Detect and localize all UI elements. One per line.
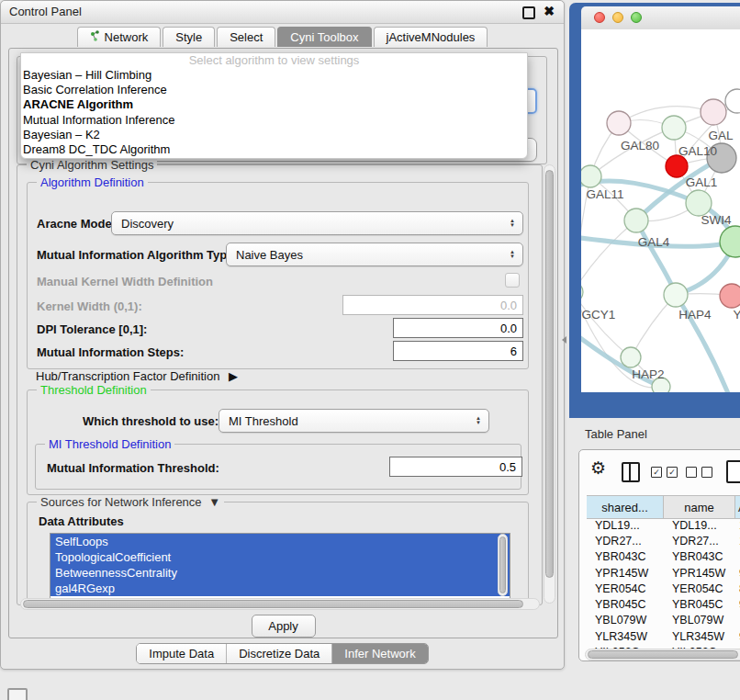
- algorithm-dropdown-item[interactable]: ARACNE Algorithm: [21, 97, 527, 112]
- tab-select[interactable]: Select: [217, 27, 275, 47]
- algorithm-dropdown-item[interactable]: Bayesian – K2: [21, 128, 527, 142]
- network-canvas[interactable]: GALGAL80GAL10GAL1GAL11SWI4GAL4GCY1HAP4YH…: [581, 29, 740, 392]
- hub-definition-toggle[interactable]: Hub/Transcription Factor Definition ▶: [36, 369, 238, 383]
- mi-threshold-label: Mutual Information Threshold:: [47, 461, 219, 475]
- table-horizontal-scrollbar[interactable]: [585, 649, 740, 660]
- network-view-window: GALGAL80GAL10GAL1GAL11SWI4GAL4GCY1HAP4YH…: [569, 3, 740, 418]
- network-node-gal[interactable]: [701, 99, 726, 125]
- network-node-label: GAL1: [686, 175, 718, 189]
- tab-discretize-data[interactable]: Discretize Data: [226, 644, 331, 663]
- table-cell: 9.: [735, 598, 740, 611]
- combo-arrows-icon: ▲▼: [476, 416, 481, 425]
- table-cell: YER054C: [664, 582, 735, 595]
- network-node-hap4[interactable]: [664, 283, 688, 307]
- column-header-name[interactable]: name: [664, 496, 735, 518]
- data-attributes-label: Data Attributes: [39, 514, 124, 528]
- network-node-gal10[interactable]: [662, 116, 686, 140]
- select-all-icon[interactable]: ✓✓: [651, 467, 678, 478]
- table-cell: YDL19...: [664, 519, 735, 532]
- splitter-collapse-icon[interactable]: [562, 336, 566, 344]
- table-cell: YBR045C: [587, 598, 664, 611]
- network-node-gal4[interactable]: [624, 209, 648, 232]
- tab-impute-data[interactable]: Impute Data: [137, 644, 226, 663]
- data-attributes-list[interactable]: SelfLoopsTopologicalCoefficientBetweenne…: [50, 533, 510, 599]
- column-header-shared-name[interactable]: shared...: [587, 496, 664, 518]
- network-node-hap2[interactable]: [621, 347, 641, 367]
- table-row[interactable]: YLR345WYLR345W9.: [587, 628, 740, 644]
- network-node-gal80[interactable]: [607, 111, 631, 135]
- table-header-row: shared... name A: [587, 495, 740, 519]
- kernel-width-label: Kernel Width (0,1):: [37, 299, 142, 313]
- network-node-label: GCY1: [582, 308, 616, 322]
- settings-horizontal-scrollbar[interactable]: [20, 598, 540, 610]
- control-panel-titlebar: Control Panel ✖: [1, 1, 564, 24]
- table-row[interactable]: YPR145WYPR145W9.: [587, 565, 740, 581]
- table-cell: YPR145W: [664, 567, 735, 580]
- network-edge-thick[interactable]: [636, 220, 676, 295]
- manual-kernel-width-checkbox[interactable]: [505, 273, 520, 288]
- mi-algorithm-type-combobox[interactable]: Naive Bayes ▲▼: [226, 243, 523, 266]
- data-attribute-item[interactable]: gal4RGexp: [50, 581, 510, 596]
- tab-jactivemnodules[interactable]: jActiveMNodules: [374, 27, 488, 47]
- close-icon[interactable]: ✖: [544, 4, 555, 18]
- table-cell: 9.: [735, 630, 740, 643]
- network-node-gcy1[interactable]: [581, 282, 583, 302]
- which-threshold-combobox[interactable]: MI Threshold ▲▼: [219, 409, 489, 433]
- table-row[interactable]: YBR045CYBR045C9.: [587, 596, 740, 612]
- network-edge[interactable]: [581, 220, 636, 292]
- table-panel: ⚙ ✓✓ shared... name A YDL19...YDL19...13…: [578, 449, 740, 661]
- network-node-y[interactable]: [720, 284, 740, 308]
- column-header-partial[interactable]: A: [735, 496, 740, 518]
- network-node[interactable]: [720, 226, 740, 257]
- table-row[interactable]: YBL079WYBL079W: [587, 613, 740, 628]
- table-row[interactable]: YBR043CYBR043C: [587, 549, 740, 565]
- apply-button[interactable]: Apply: [252, 615, 316, 638]
- split-columns-icon[interactable]: [622, 462, 640, 482]
- table-cell: YBR043C: [664, 550, 735, 563]
- mac-zoom-button[interactable]: [631, 12, 642, 23]
- network-node-gal1[interactable]: [666, 155, 688, 177]
- mac-close-button[interactable]: [594, 12, 605, 23]
- gear-icon[interactable]: ⚙: [590, 457, 606, 479]
- mi-steps-label: Mutual Information Steps:: [37, 345, 184, 359]
- minimized-panel-icon[interactable]: [7, 688, 28, 700]
- tab-infer-network[interactable]: Infer Network: [331, 644, 427, 663]
- deselect-all-icon[interactable]: [686, 467, 712, 478]
- tab-network[interactable]: Network: [77, 27, 162, 47]
- kernel-width-field[interactable]: 0.0: [342, 295, 523, 315]
- table-cell: YLR345W: [664, 630, 735, 643]
- aracne-mode-combobox[interactable]: Discovery ▲▼: [111, 211, 523, 235]
- network-node-label: GAL4: [638, 235, 670, 249]
- attributes-list-scrollbar[interactable]: [498, 534, 508, 596]
- tab-style[interactable]: Style: [163, 27, 215, 47]
- document-icon[interactable]: [726, 460, 740, 483]
- dpi-tolerance-field[interactable]: 0.0: [393, 318, 523, 338]
- table-row[interactable]: YER054CYER054C8.: [587, 581, 740, 596]
- table-cell: YBL079W: [664, 614, 735, 627]
- data-attribute-item[interactable]: TopologicalCoefficient: [50, 549, 510, 565]
- network-node-swi4[interactable]: [686, 190, 712, 216]
- algorithm-dropdown-item[interactable]: Dream8 DC_TDC Algorithm: [21, 142, 527, 157]
- tab-label: Network: [105, 28, 149, 47]
- mi-steps-field[interactable]: 6: [393, 341, 523, 361]
- sources-group-title[interactable]: Sources for Network Inference ▼: [37, 495, 224, 509]
- table-cell: YDL19...: [587, 519, 664, 532]
- control-panel-title: Control Panel: [9, 5, 82, 18]
- data-attribute-item[interactable]: SelfLoops: [50, 534, 510, 549]
- network-node-gal11[interactable]: [581, 165, 601, 187]
- algorithm-dropdown-item[interactable]: Mutual Information Inference: [21, 113, 527, 128]
- tab-cyni-toolbox[interactable]: Cyni Toolbox: [277, 27, 371, 47]
- settings-vertical-scrollbar[interactable]: [544, 164, 555, 604]
- which-threshold-value: MI Threshold: [229, 414, 298, 428]
- float-window-icon[interactable]: [522, 6, 535, 19]
- mac-minimize-button[interactable]: [612, 12, 623, 23]
- algorithm-dropdown-item[interactable]: Basic Correlation Inference: [21, 83, 527, 97]
- algorithm-dropdown-item[interactable]: Bayesian – Hill Climbing: [21, 68, 527, 83]
- table-cell: YER054C: [587, 582, 664, 595]
- table-row[interactable]: YDR27...YDR27...12: [587, 533, 740, 548]
- sources-group: Sources for Network Inference ▼ Data Att…: [27, 502, 529, 601]
- network-node-label: HAP2: [632, 367, 664, 381]
- table-row[interactable]: YDL19...YDL19...13: [587, 517, 740, 533]
- data-attribute-item[interactable]: BetweennessCentrality: [50, 565, 510, 581]
- mi-threshold-field[interactable]: 0.5: [389, 457, 522, 477]
